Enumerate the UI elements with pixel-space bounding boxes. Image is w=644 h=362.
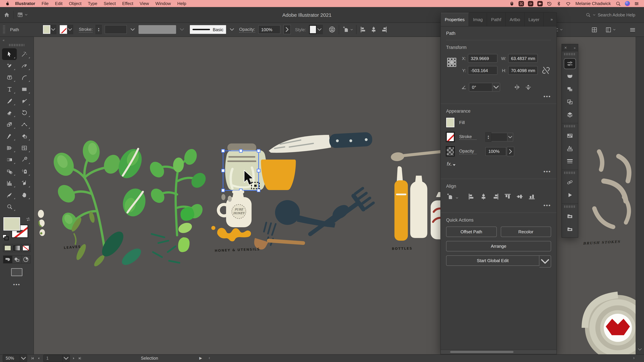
edit-toolbar-button[interactable]: •••: [13, 282, 20, 287]
scroll-down-icon[interactable]: [637, 347, 642, 352]
stroke-weight-field[interactable]: [492, 133, 508, 141]
recolor-button[interactable]: Recolor: [500, 227, 551, 237]
workspace-switcher[interactable]: [17, 12, 28, 18]
zoom-tool[interactable]: [2, 201, 17, 213]
align-top-icon[interactable]: [504, 193, 512, 200]
command-key-icon[interactable]: [518, 1, 524, 6]
align-to-icon[interactable]: [446, 193, 454, 200]
rectangle-tool[interactable]: [17, 83, 32, 95]
brush-definition-dropdown[interactable]: Basic: [190, 25, 226, 34]
opacity-field[interactable]: 100%: [485, 147, 506, 156]
constrain-proportions-icon[interactable]: [541, 63, 551, 78]
opacity-options-button[interactable]: [507, 147, 514, 156]
effects-button[interactable]: fx.: [447, 161, 551, 167]
menu-effect[interactable]: Effect: [122, 1, 133, 6]
start-global-edit-button[interactable]: Start Global Edit: [446, 255, 539, 266]
menu-select[interactable]: Select: [104, 1, 116, 6]
swatches-panel-button[interactable]: [562, 129, 578, 142]
flip-horizontal-icon[interactable]: [514, 84, 520, 90]
touch-type-tool[interactable]: [2, 72, 17, 83]
collapse-toolbar-icon[interactable]: «: [3, 38, 5, 42]
actions-panel-button[interactable]: [562, 189, 578, 201]
user-name[interactable]: Melanie Chadwick: [576, 1, 611, 6]
draw-normal-icon[interactable]: [3, 256, 12, 263]
menu-edit[interactable]: Edit: [55, 1, 62, 6]
screen-mode-button[interactable]: [11, 268, 22, 276]
width-tool[interactable]: [17, 119, 32, 130]
libraries-panel-button[interactable]: [562, 210, 578, 223]
column-graph-tool[interactable]: [2, 177, 17, 189]
panel-grip[interactable]: [3, 25, 5, 34]
appearance-stroke-swatch[interactable]: [446, 132, 454, 142]
slice-tool[interactable]: [2, 189, 17, 201]
offset-path-button[interactable]: Offset Path: [446, 227, 496, 237]
perspective-grid-tool[interactable]: [2, 142, 17, 154]
help-search[interactable]: Search Adobe Help: [586, 7, 635, 22]
previous-artboard-icon[interactable]: [37, 356, 40, 360]
stroke-panel-panel-button[interactable]: [562, 155, 578, 168]
opacity-label[interactable]: Opacity:: [239, 27, 255, 32]
layers-panel-button[interactable]: [562, 108, 578, 121]
tab-pathf[interactable]: Pathf: [487, 13, 506, 26]
expand-dock-icon[interactable]: »: [574, 46, 576, 49]
dock-grip[interactable]: [564, 205, 576, 208]
color-button[interactable]: [3, 244, 12, 252]
style-picker[interactable]: [309, 25, 323, 34]
more-align-options[interactable]: •••: [446, 202, 551, 209]
panel-horizontal-scrollbar[interactable]: [441, 350, 556, 354]
global-edit-options-icon[interactable]: [539, 255, 551, 268]
rotation-dropdown[interactable]: 0°: [469, 83, 500, 91]
align-center-v-icon[interactable]: [516, 193, 524, 200]
bluetooth-icon[interactable]: [556, 1, 561, 6]
artboard-tool[interactable]: [17, 177, 32, 189]
free-transform-tool[interactable]: [2, 119, 17, 130]
stroke-weight-field[interactable]: [105, 25, 127, 34]
more-transform-options[interactable]: •••: [446, 93, 551, 99]
x-field[interactable]: 329.9669: [468, 54, 498, 63]
paintbrush-tool[interactable]: [2, 95, 17, 107]
next-artboard-icon[interactable]: [72, 356, 76, 360]
artboards-panel-button[interactable]: [562, 95, 578, 108]
stroke-weight-label[interactable]: Stroke:: [79, 27, 92, 32]
symbol-sprayer-tool[interactable]: [17, 166, 32, 177]
rotate-tool[interactable]: [17, 107, 32, 119]
menu-object[interactable]: Object: [69, 1, 82, 6]
image-trace-panel-button[interactable]: [562, 70, 578, 83]
zoom-level-dropdown[interactable]: 50%: [3, 355, 27, 362]
menu-view[interactable]: View: [140, 1, 149, 6]
arrange-documents-icon[interactable]: [591, 26, 598, 33]
stroke-weight-stepper[interactable]: ▲▼: [96, 25, 102, 34]
status-text[interactable]: Selection: [141, 355, 158, 362]
gradient-tool[interactable]: [2, 154, 17, 166]
h-field[interactable]: 70.4098 mm: [508, 66, 538, 75]
pen-tool[interactable]: [2, 60, 17, 72]
links-panel-button[interactable]: [562, 176, 578, 189]
reference-point-selector[interactable]: [446, 57, 457, 68]
magic-wand-tool[interactable]: [17, 48, 32, 60]
draw-inside-icon[interactable]: [22, 256, 30, 263]
status-play-icon[interactable]: ▶: [199, 356, 202, 360]
more-appearance-options[interactable]: •••: [446, 169, 551, 175]
opacity-field[interactable]: 100%: [258, 25, 280, 34]
toolbar-grip[interactable]: [9, 44, 24, 46]
status-chevron-left[interactable]: ‹: [209, 355, 210, 360]
fill-label[interactable]: Fill: [459, 120, 477, 125]
status-chevron-right[interactable]: ›: [633, 355, 634, 360]
menu-illustrator[interactable]: Illustrator: [15, 1, 35, 6]
arrange-button[interactable]: Arrange: [446, 241, 551, 251]
y-field[interactable]: -503.164: [468, 66, 498, 75]
align-right-icon[interactable]: [492, 193, 500, 200]
align-center-h-icon[interactable]: [370, 26, 377, 33]
menu-help[interactable]: Help: [177, 1, 186, 6]
chevron-down-icon[interactable]: [130, 25, 136, 34]
menu-capsule-icon[interactable]: [509, 1, 514, 6]
artboard-navigation-dropdown[interactable]: 1: [43, 355, 70, 362]
workspace-layout-dropdown[interactable]: [605, 26, 616, 33]
panel-tab-overflow[interactable]: »: [547, 13, 556, 26]
pathfinder-panel-button[interactable]: [562, 83, 578, 95]
asset-export-panel-button[interactable]: [562, 223, 578, 235]
menu-window[interactable]: Window: [155, 1, 171, 6]
chevron-down-icon[interactable]: [229, 25, 235, 34]
recolor-artwork-icon[interactable]: [328, 26, 336, 33]
arc-tool[interactable]: [17, 72, 32, 83]
